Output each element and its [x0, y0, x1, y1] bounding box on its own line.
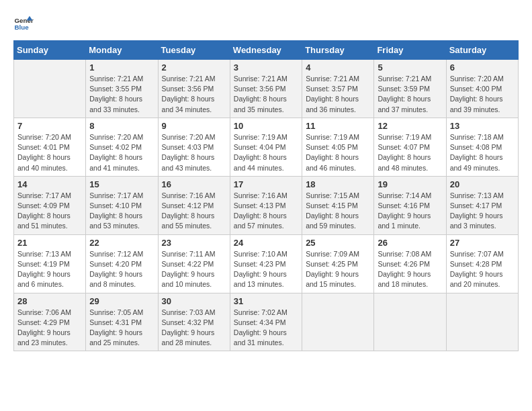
day-info: Sunrise: 7:07 AMSunset: 4:28 PMDaylight:… [450, 249, 515, 290]
calendar-cell: 8Sunrise: 7:20 AMSunset: 4:02 PMDaylight… [86, 118, 158, 176]
sunset-label: Sunset: 3:56 PM [162, 85, 214, 93]
calendar-cell [14, 60, 86, 118]
day-info: Sunrise: 7:19 AMSunset: 4:05 PMDaylight:… [306, 132, 370, 173]
sunset-label: Sunset: 3:57 PM [306, 85, 358, 93]
sunset-label: Sunset: 4:04 PM [234, 143, 286, 151]
svg-text:Blue: Blue [15, 24, 30, 31]
sunrise-label: Sunrise: 7:21 AM [306, 75, 359, 83]
calendar-cell: 18Sunrise: 7:15 AMSunset: 4:15 PMDayligh… [302, 176, 374, 234]
day-info: Sunrise: 7:20 AMSunset: 4:00 PMDaylight:… [450, 74, 515, 115]
day-info: Sunrise: 7:10 AMSunset: 4:23 PMDaylight:… [234, 249, 298, 290]
sunset-label: Sunset: 3:59 PM [378, 85, 430, 93]
calendar-cell: 29Sunrise: 7:05 AMSunset: 4:31 PMDayligh… [86, 293, 158, 351]
day-number: 12 [378, 121, 442, 131]
day-info: Sunrise: 7:08 AMSunset: 4:26 PMDaylight:… [378, 249, 442, 290]
calendar-week-3: 21Sunrise: 7:13 AMSunset: 4:19 PMDayligh… [14, 234, 519, 293]
daylight-label: Daylight: 8 hours and 36 minutes. [306, 95, 359, 113]
logo-icon: General Blue [13, 13, 34, 34]
calendar-cell: 14Sunrise: 7:17 AMSunset: 4:09 PMDayligh… [14, 176, 86, 234]
daylight-label: Daylight: 8 hours and 34 minutes. [162, 95, 215, 113]
day-number: 16 [162, 179, 226, 189]
header-saturday: Saturday [446, 41, 518, 60]
sunrise-label: Sunrise: 7:15 AM [306, 191, 359, 199]
calendar-cell: 21Sunrise: 7:13 AMSunset: 4:19 PMDayligh… [14, 234, 86, 293]
daylight-label: Daylight: 8 hours and 46 minutes. [306, 153, 359, 171]
day-number: 27 [450, 238, 515, 248]
calendar-cell: 16Sunrise: 7:16 AMSunset: 4:12 PMDayligh… [158, 176, 230, 234]
calendar-cell [302, 293, 374, 351]
daylight-label: Daylight: 8 hours and 51 minutes. [17, 212, 71, 230]
calendar-cell: 13Sunrise: 7:18 AMSunset: 4:08 PMDayligh… [446, 118, 518, 176]
day-number: 1 [89, 62, 154, 73]
sunset-label: Sunset: 4:20 PM [89, 260, 142, 268]
daylight-label: Daylight: 8 hours and 57 minutes. [234, 212, 287, 230]
sunrise-label: Sunrise: 7:16 AM [162, 191, 216, 199]
sunrise-label: Sunrise: 7:20 AM [89, 133, 143, 141]
day-info: Sunrise: 7:13 AMSunset: 4:19 PMDaylight:… [17, 249, 82, 290]
day-number: 8 [89, 121, 154, 131]
calendar-cell: 7Sunrise: 7:20 AMSunset: 4:01 PMDaylight… [14, 118, 86, 176]
day-info: Sunrise: 7:03 AMSunset: 4:32 PMDaylight:… [162, 308, 226, 349]
day-info: Sunrise: 7:21 AMSunset: 3:55 PMDaylight:… [89, 74, 154, 115]
sunrise-label: Sunrise: 7:21 AM [234, 75, 287, 83]
sunset-label: Sunset: 4:09 PM [17, 201, 70, 210]
sunset-label: Sunset: 4:01 PM [17, 143, 70, 151]
day-number: 9 [162, 121, 226, 131]
calendar-cell: 24Sunrise: 7:10 AMSunset: 4:23 PMDayligh… [230, 234, 302, 293]
calendar-header-row: SundayMondayTuesdayWednesdayThursdayFrid… [14, 41, 519, 60]
day-info: Sunrise: 7:11 AMSunset: 4:22 PMDaylight:… [162, 249, 226, 290]
day-info: Sunrise: 7:18 AMSunset: 4:08 PMDaylight:… [450, 132, 515, 173]
day-info: Sunrise: 7:17 AMSunset: 4:10 PMDaylight:… [89, 191, 154, 232]
sunset-label: Sunset: 4:22 PM [162, 260, 214, 268]
header-monday: Monday [86, 41, 158, 60]
sunset-label: Sunset: 4:08 PM [450, 143, 502, 151]
daylight-label: Daylight: 8 hours and 53 minutes. [89, 212, 142, 230]
day-info: Sunrise: 7:16 AMSunset: 4:13 PMDaylight:… [234, 191, 298, 232]
sunset-label: Sunset: 4:34 PM [234, 318, 286, 326]
day-number: 22 [89, 238, 154, 248]
daylight-label: Daylight: 9 hours and 28 minutes. [162, 328, 215, 347]
day-number: 3 [234, 62, 298, 73]
day-number: 25 [306, 238, 370, 248]
daylight-label: Daylight: 9 hours and 6 minutes. [17, 270, 71, 288]
calendar-cell: 10Sunrise: 7:19 AMSunset: 4:04 PMDayligh… [230, 118, 302, 176]
daylight-label: Daylight: 8 hours and 55 minutes. [162, 212, 215, 230]
sunset-label: Sunset: 4:16 PM [378, 201, 430, 210]
day-info: Sunrise: 7:21 AMSunset: 3:56 PMDaylight:… [162, 74, 226, 115]
page-header: General Blue [13, 13, 519, 34]
day-number: 20 [450, 179, 515, 189]
sunset-label: Sunset: 4:10 PM [89, 201, 142, 210]
daylight-label: Daylight: 8 hours and 41 minutes. [89, 153, 142, 171]
day-info: Sunrise: 7:06 AMSunset: 4:29 PMDaylight:… [17, 308, 82, 349]
sunset-label: Sunset: 4:31 PM [89, 318, 142, 326]
day-number: 30 [162, 296, 226, 306]
sunrise-label: Sunrise: 7:16 AM [234, 191, 287, 199]
sunrise-label: Sunrise: 7:06 AM [17, 308, 71, 316]
sunset-label: Sunset: 4:15 PM [306, 201, 358, 210]
sunrise-label: Sunrise: 7:21 AM [162, 75, 216, 83]
logo: General Blue [13, 13, 34, 34]
header-tuesday: Tuesday [158, 41, 230, 60]
day-number: 4 [306, 62, 370, 73]
day-number: 21 [17, 238, 82, 248]
sunrise-label: Sunrise: 7:14 AM [378, 191, 431, 199]
daylight-label: Daylight: 9 hours and 23 minutes. [17, 328, 71, 347]
header-wednesday: Wednesday [230, 41, 302, 60]
daylight-label: Daylight: 9 hours and 10 minutes. [162, 270, 215, 288]
day-number: 11 [306, 121, 370, 131]
sunrise-label: Sunrise: 7:21 AM [378, 75, 431, 83]
sunrise-label: Sunrise: 7:20 AM [450, 75, 504, 83]
day-info: Sunrise: 7:02 AMSunset: 4:34 PMDaylight:… [234, 308, 298, 349]
day-info: Sunrise: 7:14 AMSunset: 4:16 PMDaylight:… [378, 191, 442, 232]
day-info: Sunrise: 7:21 AMSunset: 3:59 PMDaylight:… [378, 74, 442, 115]
day-info: Sunrise: 7:16 AMSunset: 4:12 PMDaylight:… [162, 191, 226, 232]
sunset-label: Sunset: 4:25 PM [306, 260, 358, 268]
day-number: 23 [162, 238, 226, 248]
day-info: Sunrise: 7:09 AMSunset: 4:25 PMDaylight:… [306, 249, 370, 290]
day-info: Sunrise: 7:20 AMSunset: 4:03 PMDaylight:… [162, 132, 226, 173]
day-info: Sunrise: 7:13 AMSunset: 4:17 PMDaylight:… [450, 191, 515, 232]
day-number: 10 [234, 121, 298, 131]
calendar-cell: 1Sunrise: 7:21 AMSunset: 3:55 PMDaylight… [86, 60, 158, 118]
day-info: Sunrise: 7:17 AMSunset: 4:09 PMDaylight:… [17, 191, 82, 232]
calendar-week-2: 14Sunrise: 7:17 AMSunset: 4:09 PMDayligh… [14, 176, 519, 234]
